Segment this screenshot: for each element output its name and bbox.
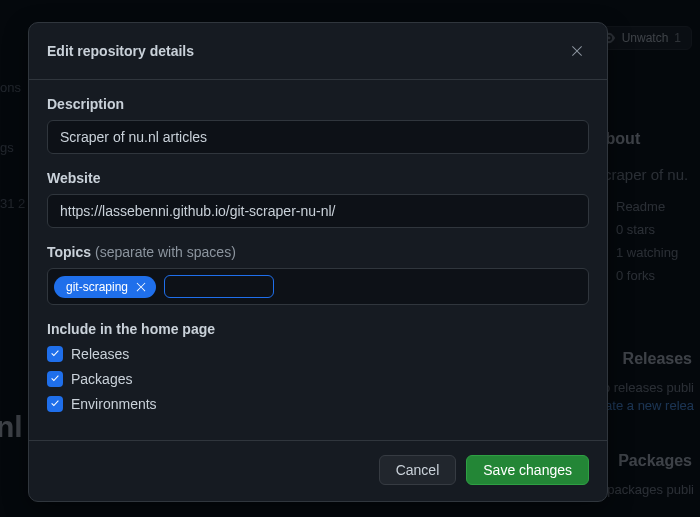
include-packages[interactable]: Packages xyxy=(47,371,589,387)
include-environments[interactable]: Environments xyxy=(47,396,589,412)
topics-box[interactable]: git-scraping xyxy=(47,268,589,305)
checkbox-checked[interactable] xyxy=(47,371,63,387)
check-icon xyxy=(49,398,61,410)
include-label: Releases xyxy=(71,346,129,362)
check-icon xyxy=(49,373,61,385)
close-icon xyxy=(569,43,585,59)
chip-remove-icon[interactable] xyxy=(134,280,148,294)
close-button[interactable] xyxy=(565,39,589,63)
topics-label: Topics (separate with spaces) xyxy=(47,244,589,260)
save-button[interactable]: Save changes xyxy=(466,455,589,485)
topic-input[interactable] xyxy=(164,275,274,298)
website-input[interactable] xyxy=(47,194,589,228)
include-label: Environments xyxy=(71,396,157,412)
include-heading: Include in the home page xyxy=(47,321,589,337)
modal-title: Edit repository details xyxy=(47,43,194,59)
check-icon xyxy=(49,348,61,360)
topic-chip[interactable]: git-scraping xyxy=(54,276,156,298)
checkbox-checked[interactable] xyxy=(47,396,63,412)
topic-chip-label: git-scraping xyxy=(66,280,128,294)
website-label: Website xyxy=(47,170,589,186)
description-label: Description xyxy=(47,96,589,112)
checkbox-checked[interactable] xyxy=(47,346,63,362)
description-input[interactable] xyxy=(47,120,589,154)
cancel-button[interactable]: Cancel xyxy=(379,455,457,485)
topics-hint: (separate with spaces) xyxy=(95,244,236,260)
include-label: Packages xyxy=(71,371,132,387)
edit-repo-modal: Edit repository details Description Webs… xyxy=(28,22,608,502)
include-releases[interactable]: Releases xyxy=(47,346,589,362)
